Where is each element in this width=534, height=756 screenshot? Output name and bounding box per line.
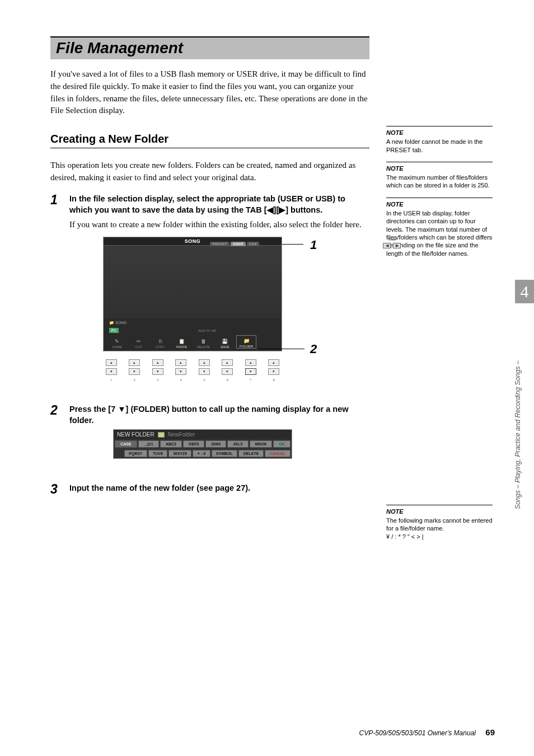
up-icon: ▴ xyxy=(129,359,140,366)
up-icon: ▴ xyxy=(245,359,256,366)
key-tuv8: TUV8 xyxy=(148,450,168,457)
up-icon: ▴ xyxy=(268,359,279,366)
note-text: The maximum number of files/folders whic… xyxy=(386,173,493,190)
fig1-tab-usb: USB xyxy=(247,242,259,246)
fig1-tab-user: USER xyxy=(231,242,246,246)
note-2: NOTE The maximum number of files/folders… xyxy=(386,162,493,190)
note-label: NOTE xyxy=(386,129,493,137)
fig1-cell-name: NAME xyxy=(113,345,122,349)
fig1-cell-delete: DELETE xyxy=(197,345,210,349)
btn-num-1: 1 xyxy=(110,378,113,382)
subsection-intro: This operation lets you create new folde… xyxy=(50,159,369,184)
down-icon: ▾ xyxy=(152,368,163,375)
fig2-folder-name: NewFolder xyxy=(168,431,195,438)
down-icon: ▾ xyxy=(245,368,256,375)
fig1-addto: ADD TO MF xyxy=(198,329,217,332)
figure1-title: SONG xyxy=(185,238,201,244)
down-icon: ▾ xyxy=(268,368,279,375)
figure-2: NEW FOLDER NewFolder CASE _,@1 ABC2 DEF3… xyxy=(113,429,369,459)
key-ghi4: GHI4 xyxy=(205,440,226,448)
note-text: In the USER tab display, folder director… xyxy=(386,209,493,257)
btn-num-4: 4 xyxy=(180,378,182,382)
note-3: NOTE In the USER tab display, folder dir… xyxy=(386,198,493,257)
subsection-header: Creating a New Folder xyxy=(50,133,369,148)
note-label: NOTE xyxy=(386,200,493,208)
up-icon: ▴ xyxy=(222,359,233,366)
fig1-tab-control: TAB ◀ ▶ xyxy=(383,237,401,248)
key-cancel: CANCEL xyxy=(265,450,291,457)
key-wxyz9: WXYZ9 xyxy=(168,450,191,457)
up-icon: ▴ xyxy=(175,359,186,366)
up-icon: ▴ xyxy=(199,359,210,366)
key-def3: DEF3 xyxy=(183,440,204,448)
fig1-tab-preset: PRESET xyxy=(210,242,229,246)
figure-1: SONG PRESET USER USB 📁 SONG P1 ADD TO MF xyxy=(103,237,369,382)
btn-num-8: 8 xyxy=(273,378,275,382)
section-title: File Management xyxy=(50,36,369,59)
key-symbol: SYMBOL xyxy=(212,450,238,457)
btn-num-2: 2 xyxy=(134,378,136,382)
step-instruction-plain: If you want to create a new folder withi… xyxy=(69,219,369,231)
note-text: A new folder cannot be made in the PRESE… xyxy=(386,138,493,154)
fig1-cell-paste: PASTE xyxy=(176,345,187,349)
side-column: NOTE A new folder cannot be made in the … xyxy=(381,36,493,756)
folder-icon xyxy=(158,432,165,438)
key-jkl5: JKL5 xyxy=(227,440,248,448)
callout-2: 2 xyxy=(310,342,317,356)
note-label: NOTE xyxy=(386,165,493,172)
note-chars: ¥ / : * ? " < > | xyxy=(386,533,493,541)
step-instruction-bold: Press the [7 ▼] (FOLDER) button to call … xyxy=(69,403,369,426)
step-1: 1 In the file selection display, select … xyxy=(50,193,369,393)
down-icon: ▾ xyxy=(106,368,117,375)
step-number: 2 xyxy=(50,403,69,417)
down-icon: ▾ xyxy=(222,368,233,375)
subsection-title: Creating a New Folder xyxy=(50,133,369,145)
tab-right-icon: ▶ xyxy=(393,243,401,248)
step-number: 1 xyxy=(50,193,69,206)
callout-1: 1 xyxy=(310,238,317,252)
intro-paragraph: If you've saved a lot of files to a USB … xyxy=(50,68,369,117)
btn-num-3: 3 xyxy=(157,378,159,382)
key-case: CASE xyxy=(115,440,137,448)
footer-manual-title: CVP-509/505/503/501 Owner's Manual xyxy=(359,729,476,737)
note-4: NOTE The following marks cannot be enter… xyxy=(386,505,493,541)
btn-num-5: 5 xyxy=(203,378,205,382)
key-delete: DELETE xyxy=(238,450,264,457)
down-icon: ▾ xyxy=(199,368,210,375)
step-2: 2 Press the [7 ▼] (FOLDER) button to cal… xyxy=(50,403,369,473)
note-1: NOTE A new folder cannot be made in the … xyxy=(386,126,493,154)
fig1-cell-cut: CUT xyxy=(135,345,142,349)
fig1-p1-badge: P1 xyxy=(109,328,119,333)
up-icon: ▴ xyxy=(106,359,117,366)
step-3: 3 Input the name of the new folder (see … xyxy=(50,482,369,497)
key-ok: OK xyxy=(273,440,291,448)
step-instruction-bold: In the file selection display, select th… xyxy=(69,193,369,216)
fig1-cell-save: SAVE xyxy=(221,345,229,349)
main-column: File Management If you've saved a lot of… xyxy=(50,36,369,756)
side-chapter-title: Songs – Playing, Practice and Recording … xyxy=(514,313,522,509)
btn-num-7: 7 xyxy=(250,378,252,382)
footer-page-number: 69 xyxy=(485,727,495,737)
key-1: _,@1 xyxy=(138,440,159,448)
fig1-tabctl-label: TAB xyxy=(383,237,401,242)
step-instruction-bold: Input the name of the new folder (see pa… xyxy=(69,482,369,494)
chapter-tab: 4 xyxy=(515,280,534,303)
key-pqrs7: PQRS7 xyxy=(124,450,147,457)
page-footer: CVP-509/505/503/501 Owner's Manual 69 xyxy=(359,727,495,737)
key-abc2: ABC2 xyxy=(160,440,182,448)
fig1-footer-label: SONG xyxy=(115,321,127,325)
down-icon: ▾ xyxy=(129,368,140,375)
fig1-cell-copy: COPY xyxy=(156,345,165,349)
down-icon: ▾ xyxy=(175,368,186,375)
btn-num-6: 6 xyxy=(227,378,229,382)
fig2-header-label: NEW FOLDER xyxy=(117,431,154,438)
tab-left-icon: ◀ xyxy=(383,243,391,248)
note-label: NOTE xyxy=(386,508,493,515)
note-text: The following marks cannot be entered fo… xyxy=(386,516,493,533)
key-0: + - 0 xyxy=(193,450,210,457)
fig1-cell-folder: FOLDER xyxy=(240,345,253,348)
key-mno6: MNO6 xyxy=(250,440,273,448)
up-icon: ▴ xyxy=(152,359,163,366)
key-empty xyxy=(115,450,123,457)
step-number: 3 xyxy=(50,482,69,496)
